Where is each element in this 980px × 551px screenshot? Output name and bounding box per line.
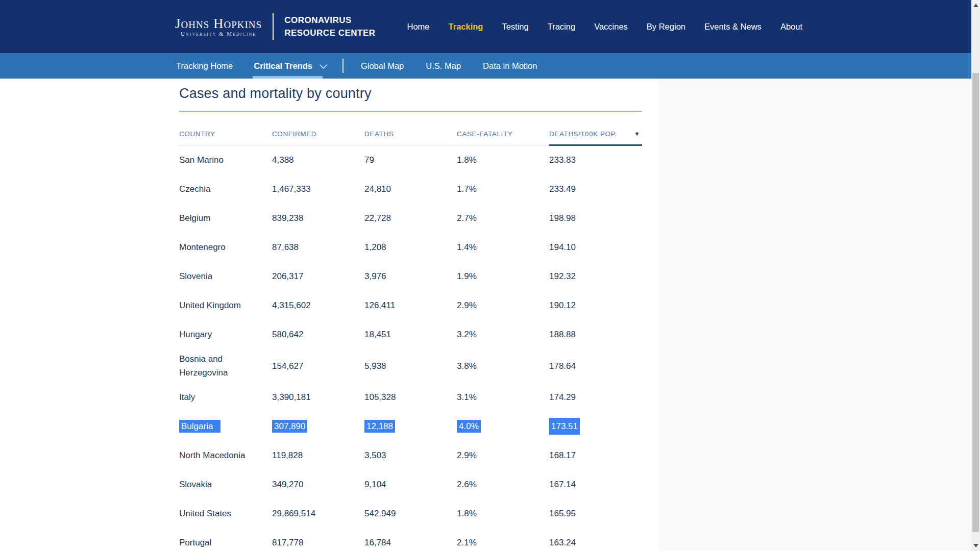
table-row: Italy3,390,181105,3283.1%174.29: [179, 383, 642, 412]
nav-item-by-region[interactable]: By Region: [647, 22, 685, 32]
value-cell: 839,238: [272, 211, 364, 225]
column-header-country[interactable]: COUNTRY: [179, 130, 272, 138]
value-cell: 1,467,333: [272, 182, 364, 196]
country-cell: Italy: [179, 390, 272, 404]
cell-text: 580,642: [272, 330, 303, 339]
cell-text: 2.1%: [457, 538, 477, 547]
value-cell: 2.9%: [457, 298, 549, 312]
cell-text: United States: [179, 509, 231, 518]
value-cell: 817,778: [272, 536, 364, 549]
subnav-item-critical-trends[interactable]: Critical Trends: [254, 53, 325, 79]
subnav-item-global-map[interactable]: Global Map: [361, 53, 404, 79]
table-row: Hungary580,64218,4513.2%188.88: [179, 320, 642, 349]
value-cell: 24,810: [364, 182, 457, 196]
value-cell: 580,642: [272, 328, 364, 341]
value-cell: 174.29: [549, 390, 642, 404]
table-row: Bosnia and Herzegovina154,6275,9383.8%17…: [179, 349, 642, 383]
value-cell: 4,315,602: [272, 298, 364, 312]
table-row: Slovakia349,2709,1042.6%167.14: [179, 470, 642, 499]
title-underline: [179, 111, 642, 112]
vertical-scrollbar[interactable]: [971, 0, 980, 551]
cell-text: 2.9%: [457, 450, 477, 460]
value-cell: 1.4%: [457, 240, 549, 254]
cell-text: 1.9%: [457, 271, 477, 281]
value-cell: 3.8%: [457, 359, 549, 373]
cell-text: 24,810: [364, 184, 391, 194]
tracking-subnav: Tracking Home Critical Trends Global Map…: [0, 53, 980, 79]
cell-text: Hungary: [179, 330, 212, 339]
cell-text: Bosnia and Herzegovina: [179, 352, 236, 380]
nav-item-testing[interactable]: Testing: [502, 22, 528, 32]
column-header-deaths[interactable]: DEATHS: [364, 130, 457, 138]
value-cell: 126,411: [364, 298, 457, 312]
cell-text: Italy: [179, 392, 195, 402]
cell-text: 22,728: [364, 213, 391, 223]
country-cell: Belgium: [179, 211, 272, 225]
table-row: Portugal817,77816,7842.1%163.24: [179, 528, 642, 551]
cell-text: Bulgaria: [179, 420, 220, 433]
jhu-logo[interactable]: Johns Hopkins University & Medicine CORO…: [175, 13, 376, 40]
subnav-item-us-map[interactable]: U.S. Map: [426, 53, 461, 79]
value-cell: 18,451: [364, 328, 457, 341]
cell-text: 1.8%: [457, 155, 477, 165]
nav-item-tracking[interactable]: Tracking: [449, 22, 483, 32]
value-cell: 9,104: [364, 478, 457, 491]
cell-text: 4,315,602: [272, 300, 311, 310]
value-cell: 178.64: [549, 359, 642, 373]
subnav-item-label: Tracking Home: [176, 61, 233, 71]
cell-text: 165.95: [549, 507, 576, 520]
cell-text: 29,869,514: [272, 509, 315, 518]
value-cell: 5,938: [364, 359, 457, 373]
cell-text: 192.32: [549, 269, 576, 283]
cell-text: North Macedonia: [179, 450, 245, 460]
value-cell: 3,390,181: [272, 390, 364, 404]
table-row: North Macedonia119,8283,5032.9%168.17: [179, 441, 642, 470]
table-row: United States29,869,514542,9491.8%165.95: [179, 499, 642, 528]
cell-text: 12,188: [364, 420, 395, 433]
right-background-panel: [659, 79, 971, 551]
cell-text: Belgium: [179, 213, 210, 223]
cell-text: 126,411: [364, 300, 395, 310]
cell-text: 2.6%: [457, 480, 477, 489]
table-row: Montenegro87,6381,2081.4%194.10: [179, 233, 642, 262]
value-cell: 233.49: [549, 182, 642, 196]
nav-item-events-news[interactable]: Events & News: [704, 22, 762, 32]
chevron-down-icon: [320, 61, 328, 69]
cell-text: 817,778: [272, 538, 303, 547]
value-cell: 3.1%: [457, 390, 549, 404]
cell-text: 5,938: [364, 361, 386, 371]
cell-text: 198.98: [549, 211, 576, 225]
nav-item-tracing[interactable]: Tracing: [548, 22, 575, 32]
scroll-down-arrow-icon[interactable]: [973, 544, 978, 547]
top-navbar: Johns Hopkins University & Medicine CORO…: [0, 0, 980, 53]
country-cell: Bulgaria: [179, 419, 272, 433]
table-header-row: COUNTRY CONFIRMED DEATHS CASE-FATALITY D…: [179, 122, 642, 145]
column-header-confirmed[interactable]: CONFIRMED: [272, 130, 364, 138]
value-cell: 29,869,514: [272, 507, 364, 520]
value-cell: 1.8%: [457, 153, 549, 167]
cell-text: 9,104: [364, 480, 386, 489]
cell-text: 154,627: [272, 361, 303, 371]
cell-text: United Kingdom: [179, 300, 241, 310]
cell-text: 4.0%: [457, 420, 481, 433]
sort-descending-icon[interactable]: ▼: [634, 131, 641, 137]
cell-text: 1.7%: [457, 184, 477, 194]
scrollbar-thumb[interactable]: [972, 73, 979, 532]
column-header-case-fatality[interactable]: CASE-FATALITY: [457, 130, 549, 138]
nav-item-about[interactable]: About: [780, 22, 802, 32]
subnav-item-tracking-home[interactable]: Tracking Home: [176, 53, 233, 79]
column-header-deaths-100k[interactable]: DEATHS/100K POP. ▼: [549, 130, 642, 138]
cell-text: 167.14: [549, 478, 576, 491]
scroll-up-arrow-icon[interactable]: [973, 4, 978, 7]
nav-item-home[interactable]: Home: [407, 22, 430, 32]
country-cell: Czechia: [179, 182, 272, 196]
nav-item-vaccines[interactable]: Vaccines: [594, 22, 628, 32]
cell-text: 168.17: [549, 448, 576, 462]
subnav-item-data-in-motion[interactable]: Data in Motion: [483, 53, 537, 79]
cell-text: 3,503: [364, 450, 386, 460]
country-cell: Slovenia: [179, 269, 272, 283]
cell-text: 163.24: [549, 536, 576, 549]
cell-text: 206,317: [272, 271, 303, 281]
cell-text: 2.9%: [457, 300, 477, 310]
cell-text: Montenegro: [179, 242, 226, 252]
